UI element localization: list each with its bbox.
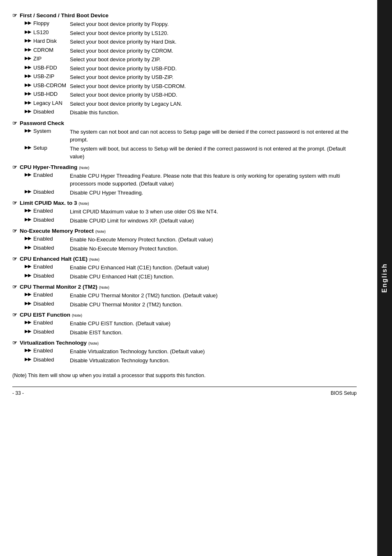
section-limit-cpuid: ☞ Limit CPUID Max. to 3(Note) ▶▶Enabled …	[12, 200, 357, 225]
item-desc-enabled-virt: Enable Virtualization Technology functio…	[70, 348, 357, 356]
section-title-cpu-thermal: ☞ CPU Thermal Monitor 2 (TM2)(Note)	[12, 284, 357, 290]
item-desc-usbhdd: Select your boot device priority by USB-…	[70, 91, 357, 99]
list-item: ▶▶Floppy Select your boot device priorit…	[12, 20, 357, 28]
arrow-icon: ▶▶	[25, 329, 31, 334]
arrow-icon: ▶▶	[25, 292, 31, 297]
item-label-usbfdd: ▶▶USB-FDD	[25, 65, 70, 73]
item-desc-disabled-thermal: Disable CPU Thermal Monitor 2 (TM2) func…	[70, 301, 357, 309]
section-title-virtualization: ☞ Virtualization Technology(Note)	[12, 340, 357, 346]
list-item: ▶▶Hard Disk Select your boot device prio…	[12, 38, 357, 46]
list-item: ▶▶LS120 Select your boot device priority…	[12, 29, 357, 37]
item-desc-disabled-halt: Disable CPU Enhanced Halt (C1E) function…	[70, 273, 357, 281]
main-content: ☞ First / Second / Third Boot Device ▶▶F…	[0, 0, 377, 556]
item-label-ls120: ▶▶LS120	[25, 29, 70, 37]
section-password-check: ☞ Password Check ▶▶System The system can…	[12, 120, 357, 161]
arrow-icon: ▶▶	[25, 91, 31, 96]
item-desc-legacylan: Select your boot device priority by Lega…	[70, 100, 357, 108]
section-icon-password: ☞	[12, 120, 17, 126]
arrow-icon: ▶▶	[25, 47, 31, 52]
item-label-disabled-noexec: ▶▶Disabled	[25, 245, 70, 253]
section-title-cpu-hyper: ☞ CPU Hyper-Threading(Note)	[12, 164, 357, 170]
arrow-icon: ▶▶	[25, 217, 31, 222]
arrow-icon: ▶▶	[25, 273, 31, 278]
arrow-icon: ▶▶	[25, 348, 31, 353]
item-label-legacylan: ▶▶Legacy LAN	[25, 100, 70, 108]
item-desc-usbfdd: Select your boot device priority by USB-…	[70, 65, 357, 73]
list-item: ▶▶CDROM Select your boot device priority…	[12, 47, 357, 55]
arrow-icon: ▶▶	[25, 73, 31, 79]
item-label-enabled-eist: ▶▶Enabled	[25, 320, 70, 328]
item-label-disabled-hyper: ▶▶Disabled	[25, 189, 70, 197]
arrow-icon: ▶▶	[25, 128, 31, 133]
list-item: ▶▶Disabled Disable CPU Hyper Threading.	[12, 189, 357, 197]
section-title-password-check: ☞ Password Check	[12, 120, 357, 126]
section-icon-no-execute: ☞	[12, 228, 17, 234]
arrow-icon: ▶▶	[25, 38, 31, 43]
page-number: - 33 -	[12, 390, 24, 396]
list-item: ▶▶Enabled Enable No-Execute Memory Prote…	[12, 236, 357, 244]
item-label-enabled-noexec: ▶▶Enabled	[25, 236, 70, 244]
section-no-execute: ☞ No-Execute Memory Protect(Note) ▶▶Enab…	[12, 228, 357, 253]
list-item: ▶▶Enabled Enable CPU Hyper Threading Fea…	[12, 172, 357, 188]
section-title-cpu-halt: ☞ CPU Enhanced Halt (C1E)(Note)	[12, 256, 357, 262]
arrow-icon: ▶▶	[25, 236, 31, 241]
note-text: (Note) This item will show up when you i…	[12, 373, 205, 378]
list-item: ▶▶USB-ZIP Select your boot device priori…	[12, 73, 357, 81]
item-desc-disabled-eist: Disable EIST function.	[70, 329, 357, 337]
list-item: ▶▶Disabled Disable this function.	[12, 109, 357, 117]
item-label-setup: ▶▶Setup	[25, 145, 70, 161]
item-label-disabled-boot: ▶▶Disabled	[25, 109, 70, 117]
item-desc-enabled-halt: Enable CPU Enhanced Halt (C1E) function.…	[70, 264, 357, 272]
list-item: ▶▶System The system can not boot and can…	[12, 128, 357, 144]
arrow-icon: ▶▶	[25, 82, 31, 88]
list-item: ▶▶Disabled Disable EIST function.	[12, 329, 357, 337]
list-item: ▶▶Enabled Enable Virtualization Technolo…	[12, 348, 357, 356]
section-title-boot-device: ☞ First / Second / Third Boot Device	[12, 12, 357, 19]
section-cpu-enhanced-halt: ☞ CPU Enhanced Halt (C1E)(Note) ▶▶Enable…	[12, 256, 357, 280]
section-icon-cpu-halt: ☞	[12, 256, 17, 262]
section-boot-device: ☞ First / Second / Third Boot Device ▶▶F…	[12, 12, 357, 117]
arrow-icon: ▶▶	[25, 301, 31, 306]
section-icon-virtualization: ☞	[12, 340, 17, 346]
item-desc-enabled-thermal: Enable CPU Thermal Monitor 2 (TM2) funct…	[70, 292, 357, 300]
list-item: ▶▶Disabled Disable CPUID Limit for windo…	[12, 217, 357, 225]
arrow-icon: ▶▶	[25, 208, 31, 213]
sidebar: English	[377, 0, 392, 556]
arrow-icon: ▶▶	[25, 357, 31, 362]
item-label-system: ▶▶System	[25, 128, 70, 144]
item-desc-enabled-cpuid: Limit CPUID Maximum value to 3 when use …	[70, 208, 357, 216]
list-item: ▶▶Disabled Disable Virtualization Techno…	[12, 357, 357, 365]
arrow-icon: ▶▶	[25, 56, 31, 61]
item-label-enabled-hyper: ▶▶Enabled	[25, 172, 70, 188]
section-title-no-execute: ☞ No-Execute Memory Protect(Note)	[12, 228, 357, 234]
item-desc-setup: The system will boot, but access to Setu…	[70, 145, 357, 161]
arrow-icon: ▶▶	[25, 29, 31, 35]
section-title-cpu-eist: ☞ CPU EIST Function(Note)	[12, 312, 357, 318]
item-label-zip: ▶▶ZIP	[25, 56, 70, 64]
arrow-icon: ▶▶	[25, 264, 31, 269]
item-desc-enabled-hyper: Enable CPU Hyper Threading Feature. Plea…	[70, 172, 357, 188]
section-cpu-hyper-threading: ☞ CPU Hyper-Threading(Note) ▶▶Enabled En…	[12, 164, 357, 197]
list-item: ▶▶Setup The system will boot, but access…	[12, 145, 357, 161]
list-item: ▶▶USB-HDD Select your boot device priori…	[12, 91, 357, 99]
item-label-harddisk: ▶▶Hard Disk	[25, 38, 70, 46]
item-desc-disabled-virt: Disable Virtualization Technology functi…	[70, 357, 357, 365]
item-desc-usbzip: Select your boot device priority by USB-…	[70, 73, 357, 81]
item-desc-disabled-cpuid: Disable CPUID Limit for windows XP. (Def…	[70, 217, 357, 225]
item-label-enabled-thermal: ▶▶Enabled	[25, 292, 70, 300]
item-desc-disabled-noexec: Disable No-Execute Memory Protect functi…	[70, 245, 357, 253]
arrow-icon: ▶▶	[25, 320, 31, 325]
item-desc-cdrom: Select your boot device priority by CDRO…	[70, 47, 357, 55]
section-title-limit-cpuid: ☞ Limit CPUID Max. to 3(Note)	[12, 200, 357, 206]
item-desc-harddisk: Select your boot device priority by Hard…	[70, 38, 357, 46]
item-label-disabled-cpuid: ▶▶Disabled	[25, 217, 70, 225]
arrow-icon: ▶▶	[25, 65, 31, 70]
item-desc-floppy: Select your boot device priority by Flop…	[70, 20, 357, 28]
arrow-icon: ▶▶	[25, 189, 31, 194]
item-desc-disabled-boot: Disable this function.	[70, 109, 357, 117]
list-item: ▶▶USB-CDROM Select your boot device prio…	[12, 82, 357, 90]
item-desc-ls120: Select your boot device priority by LS12…	[70, 29, 357, 37]
note-section: (Note) This item will show up when you i…	[12, 373, 357, 378]
arrow-icon: ▶▶	[25, 109, 31, 114]
section-cpu-thermal: ☞ CPU Thermal Monitor 2 (TM2)(Note) ▶▶En…	[12, 284, 357, 308]
